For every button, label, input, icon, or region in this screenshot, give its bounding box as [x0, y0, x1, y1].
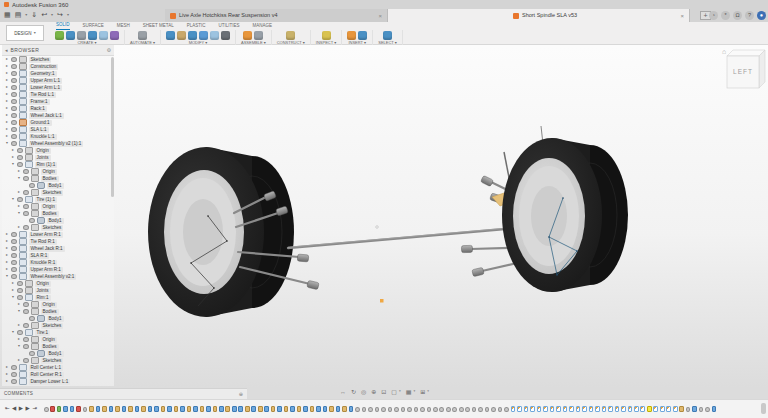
go-to-end-button[interactable]: ⇥: [32, 406, 37, 412]
feature-tan-icon[interactable]: [284, 406, 289, 412]
right-ball-joints[interactable]: [461, 175, 502, 276]
suspension-3d-model[interactable]: [0, 45, 768, 388]
browser-item[interactable]: Body1: [2, 182, 114, 189]
visibility-eye-icon[interactable]: [11, 253, 17, 259]
feature-blue-icon[interactable]: [303, 406, 308, 412]
browser-item[interactable]: ▸Joints: [2, 287, 114, 294]
expand-arrow-icon[interactable]: ▸: [17, 359, 21, 363]
browser-item[interactable]: ▸Tie Rod L:1: [2, 91, 114, 98]
expand-arrow-icon[interactable]: ▾: [11, 163, 15, 167]
joint-origin-icon[interactable]: [582, 406, 587, 412]
joint-origin-icon[interactable]: [569, 406, 574, 412]
visibility-eye-icon[interactable]: [11, 260, 17, 266]
expand-arrow-icon[interactable]: ▸: [5, 254, 9, 258]
expand-arrow-icon[interactable]: ▸: [11, 149, 15, 153]
visibility-eye-icon[interactable]: [11, 365, 17, 371]
joint-icon[interactable]: [446, 407, 451, 412]
save-icon[interactable]: ⇓: [31, 11, 37, 18]
feature-blue-icon[interactable]: [238, 406, 243, 412]
joint-icon[interactable]: [478, 407, 483, 412]
assemble-tool-icon-1[interactable]: [243, 31, 252, 40]
origin-marker-dot[interactable]: [380, 299, 384, 303]
browser-item[interactable]: ▾Bodies: [2, 343, 114, 350]
expand-arrow-icon[interactable]: ▸: [5, 107, 9, 111]
visibility-eye-icon[interactable]: [17, 295, 23, 301]
modify-tool-icon-3[interactable]: [188, 31, 197, 40]
browser-item[interactable]: ▾Bodies: [2, 175, 114, 182]
joint-origin-icon[interactable]: [666, 406, 671, 412]
joint-origin-icon[interactable]: [556, 406, 561, 412]
modify-tool-icon-6[interactable]: [221, 31, 230, 40]
expand-arrow-icon[interactable]: ▾: [17, 345, 21, 349]
joint-icon[interactable]: [491, 407, 496, 412]
ribbon-tab-utilities[interactable]: UTILITIES: [218, 24, 239, 29]
create-tool-icon-2[interactable]: [66, 31, 75, 40]
joint-origin-icon[interactable]: [595, 406, 600, 412]
feature-tan-icon[interactable]: [213, 406, 218, 412]
feature-blue-icon[interactable]: [251, 406, 256, 412]
visibility-eye-icon[interactable]: [11, 134, 17, 140]
browser-item[interactable]: ▸Tie Rod R:1: [2, 238, 114, 245]
feature-tan-icon[interactable]: [102, 406, 107, 412]
feature-red-icon[interactable]: [76, 406, 81, 412]
browser-item[interactable]: ▾Bodies: [2, 308, 114, 315]
joint-icon[interactable]: [504, 407, 509, 412]
feature-blue-icon[interactable]: [277, 406, 282, 412]
visibility-eye-icon[interactable]: [23, 211, 29, 217]
undo-icon[interactable]: ↩: [41, 11, 47, 18]
feature-green-icon[interactable]: [57, 406, 62, 412]
browser-item[interactable]: ▸Roll Center R:1: [2, 371, 114, 378]
expand-arrow-icon[interactable]: ▸: [17, 303, 21, 307]
step-forward-button[interactable]: ▶: [26, 406, 30, 412]
joint-origin-icon[interactable]: [543, 406, 548, 412]
visibility-eye-icon[interactable]: [23, 225, 29, 231]
feature-blue-icon[interactable]: [316, 406, 321, 412]
timeline-scrollbar[interactable]: [761, 403, 766, 414]
browser-item[interactable]: ▸Knuckle R:1: [2, 259, 114, 266]
expand-arrow-icon[interactable]: ▾: [17, 310, 21, 314]
grid-and-snaps-icon[interactable]: ▦: [406, 389, 412, 395]
browser-item[interactable]: ▸Construction: [2, 63, 114, 70]
browser-item[interactable]: ▸Knuckle L:1: [2, 133, 114, 140]
display-settings-icon-caret[interactable]: ▾: [399, 390, 401, 394]
document-tab[interactable]: Live Axle Hotchkiss Rear Suspension v4×: [165, 9, 388, 22]
joint-icon[interactable]: [705, 407, 710, 412]
visibility-eye-icon[interactable]: [29, 218, 35, 224]
feature-tan-icon[interactable]: [271, 406, 276, 412]
comments-add-icon[interactable]: ⊕: [239, 392, 243, 397]
browser-item[interactable]: ▸Lower Arm R:1: [2, 231, 114, 238]
visibility-eye-icon[interactable]: [11, 106, 17, 112]
feature-blue-icon[interactable]: [692, 406, 697, 412]
joint-origin-icon[interactable]: [537, 406, 542, 412]
expand-arrow-icon[interactable]: ▸: [5, 366, 9, 370]
expand-arrow-icon[interactable]: ▸: [5, 247, 9, 251]
visibility-eye-icon[interactable]: [11, 113, 17, 119]
visibility-eye-icon[interactable]: [11, 232, 17, 238]
viewports-icon-caret[interactable]: ▾: [427, 390, 429, 394]
expand-arrow-icon[interactable]: ▾: [11, 296, 15, 300]
joint-icon[interactable]: [401, 407, 406, 412]
browser-item[interactable]: ▸Lower Arm L:1: [2, 84, 114, 91]
expand-arrow-icon[interactable]: ▸: [17, 226, 21, 230]
joint-icon[interactable]: [381, 407, 386, 412]
joint-icon[interactable]: [699, 407, 704, 412]
joint-icon[interactable]: [83, 407, 88, 412]
feature-blue-icon[interactable]: [349, 406, 354, 412]
browser-item[interactable]: ▸Damper Lower L:1: [2, 378, 114, 385]
feature-blue-icon[interactable]: [148, 406, 153, 412]
insert-tool-icon-1[interactable]: [347, 31, 356, 40]
expand-arrow-icon[interactable]: ▸: [17, 324, 21, 328]
joint-icon[interactable]: [465, 407, 470, 412]
comments-bar[interactable]: COMMENTS ⊕: [0, 388, 247, 399]
expand-arrow-icon[interactable]: ▾: [5, 275, 9, 279]
browser-item[interactable]: ▾Bodies: [2, 210, 114, 217]
browser-item[interactable]: ▸Joints: [2, 154, 114, 161]
expand-arrow-icon[interactable]: ▸: [5, 65, 9, 69]
assemble-tool-icon-2[interactable]: [254, 31, 263, 40]
joint-icon[interactable]: [452, 407, 457, 412]
browser-item[interactable]: ▾Wheel Assembly v2 (1):1: [2, 140, 114, 147]
visibility-eye-icon[interactable]: [11, 99, 17, 105]
browser-item[interactable]: ▸Origin: [2, 147, 114, 154]
feature-blue-icon[interactable]: [206, 406, 211, 412]
visibility-eye-icon[interactable]: [23, 358, 29, 364]
